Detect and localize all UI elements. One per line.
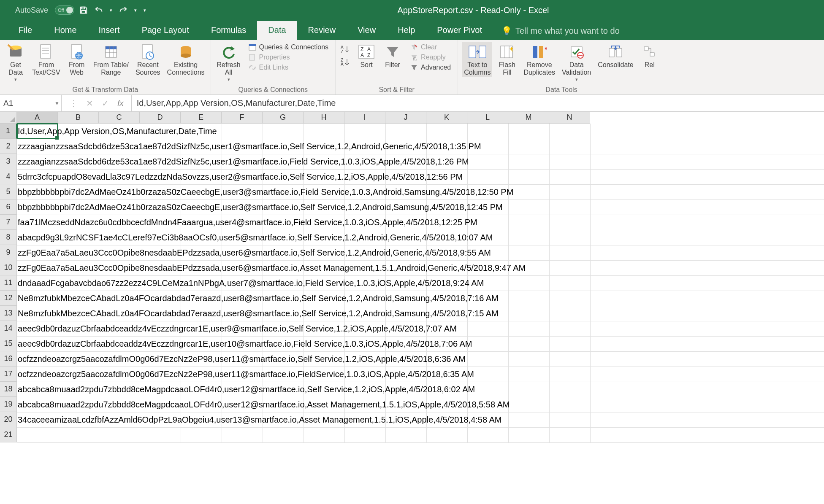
select-all-corner[interactable] (0, 112, 17, 124)
cell-content[interactable]: zzFg0Eaa7a5aLaeu3Ccc0Opibe8nesdaabEPdzzs… (17, 260, 526, 275)
row-header[interactable]: 9 (0, 245, 17, 260)
column-header[interactable]: J (385, 112, 426, 124)
cell-content[interactable]: Ne8mzfubkMbezceCAbadLz0a4FOcardabdad7era… (17, 306, 499, 321)
column-header[interactable]: K (426, 112, 467, 124)
column-header[interactable]: C (99, 112, 140, 124)
row-header[interactable]: 18 (0, 382, 17, 397)
fx-icon[interactable]: fx (117, 99, 124, 108)
tab-file[interactable]: File (8, 21, 43, 40)
relationships-button[interactable]: Rel (639, 42, 661, 69)
data-validation-button[interactable]: Data Validation ▾ (560, 42, 593, 82)
get-data-button[interactable]: Get Data ▾ (4, 42, 27, 82)
filter-button[interactable]: Filter (381, 42, 404, 69)
existing-connections-button[interactable]: Existing Connections (165, 42, 206, 77)
name-box-dropdown-icon[interactable]: ▼ (54, 100, 60, 106)
tab-data[interactable]: Data (257, 21, 297, 40)
row-header[interactable]: 19 (0, 397, 17, 412)
tab-home[interactable]: Home (43, 21, 87, 40)
row-header[interactable]: 1 (0, 124, 17, 139)
row-header[interactable]: 10 (0, 260, 17, 275)
tab-page-layout[interactable]: Page Layout (131, 21, 200, 40)
cell-content[interactable]: Ne8mzfubkMbezceCAbadLz0a4FOcardabdad7era… (17, 291, 499, 306)
from-web-button[interactable]: From Web (65, 42, 88, 77)
from-table-range-button[interactable]: From Table/ Range (92, 42, 130, 77)
row-header[interactable]: 20 (0, 412, 17, 427)
tab-insert[interactable]: Insert (88, 21, 131, 40)
sort-asc-icon[interactable]: AZ (340, 44, 352, 54)
row-header[interactable]: 21 (0, 427, 17, 442)
cell-content[interactable]: dndaaadFcgabavcbdao67zz2ezz4C9LCeMza1nNP… (17, 275, 484, 291)
cell-content[interactable]: zzFg0Eaa7a5aLaeu3Ccc0Opibe8nesdaabEPdzzs… (17, 245, 491, 260)
advanced-filter-button[interactable]: Advanced (407, 63, 453, 72)
undo-dropdown-icon[interactable]: ▾ (108, 4, 114, 16)
save-icon[interactable] (78, 4, 89, 16)
column-header[interactable]: E (181, 112, 222, 124)
tab-power-pivot[interactable]: Power Pivot (426, 21, 493, 40)
sort-desc-icon[interactable]: ZA (340, 57, 352, 67)
qat-customize-icon[interactable]: ▾ (142, 4, 148, 16)
tab-view[interactable]: View (347, 21, 387, 40)
cell-content[interactable]: zzzaagianzzsaaSdcbd6dze53ca1ae87d2dSizfN… (17, 139, 481, 154)
remove-duplicates-button[interactable]: Remove Duplicates (522, 42, 557, 77)
row-header[interactable]: 8 (0, 230, 17, 245)
enter-icon[interactable]: ✓ (102, 98, 109, 108)
row-header[interactable]: 14 (0, 321, 17, 336)
cell-content[interactable]: zzzaagianzzsaaSdcbd6dze53ca1ae87d2dSizfN… (17, 154, 469, 169)
name-box[interactable]: ▼ (0, 95, 62, 111)
recent-sources-button[interactable]: Recent Sources (134, 42, 162, 77)
sort-button[interactable]: ZAAZ Sort (355, 42, 378, 69)
cell-content[interactable]: 34caceeamizaaLcdzfbfAzzAmld6OdpPzL9aObge… (17, 412, 502, 427)
autosave-toggle[interactable]: Off (55, 5, 74, 15)
spreadsheet-grid[interactable]: ABCDEFGHIJKLMN 1234567891011121314151617… (0, 112, 824, 504)
row-header[interactable]: 2 (0, 139, 17, 154)
undo-icon[interactable] (93, 4, 105, 16)
column-header[interactable]: I (344, 112, 385, 124)
cell-content[interactable]: aeec9db0rdazuzCbrfaabdceaddz4vEczzdngrca… (17, 321, 457, 336)
column-header[interactable]: M (508, 112, 549, 124)
consolidate-button[interactable]: Consolidate (596, 42, 635, 69)
cell-content[interactable]: faa71lMczseddNdazc6u0cdbbcecfdMndn4Faaar… (17, 215, 477, 230)
cell-content[interactable]: Id,User,App,App Version,OS,Manufacturer,… (17, 124, 217, 139)
flash-fill-button[interactable]: Flash Fill (496, 42, 518, 77)
tab-review[interactable]: Review (297, 21, 347, 40)
formula-options-icon[interactable]: ⋮ (69, 98, 78, 108)
cell-content[interactable]: bbpzbbbbbpbi7dc2AdMaeOz41b0rzazaS0zCaeec… (17, 199, 503, 215)
tell-me-search[interactable]: 💡 Tell me what you want to do (493, 22, 628, 40)
cell-content[interactable]: abcabca8muaad2zpdu7zbbdd8ceMagpdcaaoLOFd… (17, 382, 475, 397)
row-header[interactable]: 5 (0, 184, 17, 199)
cell-content[interactable]: abcabca8muaad2zpdu7zbbdd8ceMagpdcaaoLOFd… (17, 397, 510, 412)
column-header[interactable]: N (549, 112, 590, 124)
row-header[interactable]: 6 (0, 199, 17, 215)
column-header[interactable]: F (222, 112, 263, 124)
column-header[interactable]: G (263, 112, 304, 124)
row-header[interactable]: 4 (0, 169, 17, 184)
name-box-input[interactable] (3, 99, 58, 108)
cell-content[interactable]: bbpzbbbbbpbi7dc2AdMaeOz41b0rzazaS0zCaeec… (17, 184, 513, 199)
tab-help[interactable]: Help (387, 21, 426, 40)
row-header[interactable]: 11 (0, 275, 17, 291)
redo-icon[interactable] (117, 4, 129, 16)
cancel-icon[interactable]: ✕ (86, 98, 93, 108)
row-header[interactable]: 15 (0, 336, 17, 351)
queries-connections-button[interactable]: Queries & Connections (246, 43, 331, 52)
cell-content[interactable]: abacpd9g3L9zrNCSF1ae4cCLeref97eCi3b8aaOC… (17, 230, 493, 245)
cell-content[interactable]: 5drrc3cfcpuapdO8evadLla3c97LedzzdzNdaSov… (17, 169, 463, 184)
tab-formulas[interactable]: Formulas (200, 21, 257, 40)
column-header[interactable]: H (304, 112, 344, 124)
row-header[interactable]: 3 (0, 154, 17, 169)
cell-content[interactable]: aeec9db0rdazuzCbrfaabdceaddz4vEczzdngrca… (17, 336, 472, 351)
column-header[interactable]: L (467, 112, 508, 124)
from-text-csv-button[interactable]: From Text/CSV (30, 42, 62, 77)
row-header[interactable]: 13 (0, 306, 17, 321)
column-header[interactable]: B (58, 112, 99, 124)
cell-content[interactable]: ocfzzndeoazcrgz5aacozafdlmO0g06d7EzcNz2e… (17, 367, 474, 382)
formula-input[interactable] (132, 95, 824, 111)
row-header[interactable]: 17 (0, 367, 17, 382)
row-header[interactable]: 12 (0, 291, 17, 306)
redo-dropdown-icon[interactable]: ▾ (133, 4, 138, 16)
column-header[interactable]: A (17, 112, 58, 124)
cell-content[interactable]: ocfzzndeoazcrgz5aacozafdlmO0g06d7EzcNz2e… (17, 351, 466, 367)
column-header[interactable]: D (140, 112, 181, 124)
text-to-columns-button[interactable]: Text to Columns (462, 42, 492, 77)
row-header[interactable]: 16 (0, 351, 17, 367)
